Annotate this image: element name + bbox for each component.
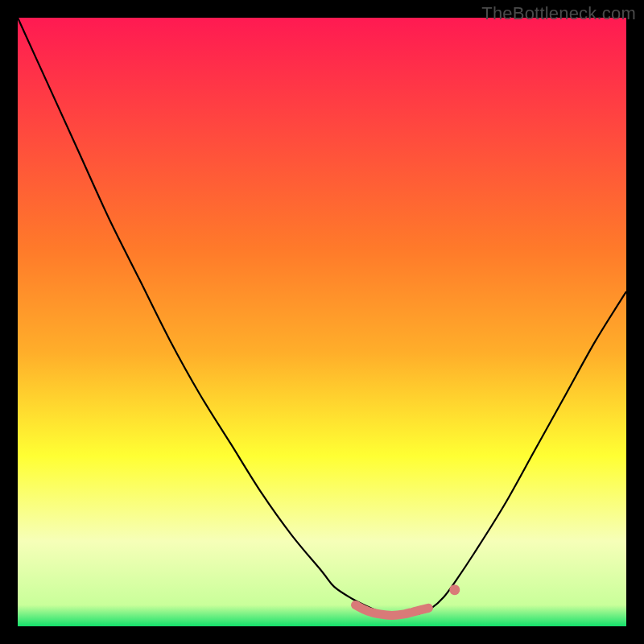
watermark-text: TheBottleneck.com (481, 3, 636, 24)
highlight-dot (449, 584, 460, 595)
chart-frame: TheBottleneck.com (0, 0, 644, 644)
svg-rect-0 (18, 18, 626, 626)
bottleneck-curve-chart (0, 0, 644, 644)
